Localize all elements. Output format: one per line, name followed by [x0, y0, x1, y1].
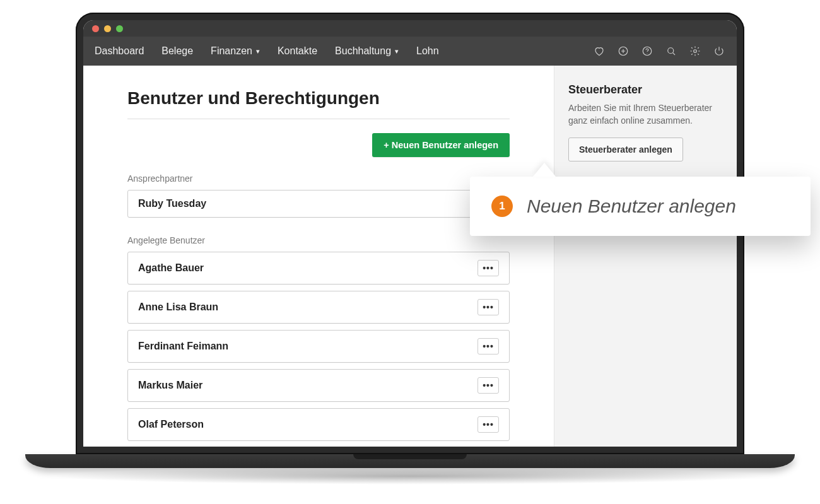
more-icon[interactable]	[477, 338, 499, 355]
more-icon[interactable]	[477, 299, 499, 315]
callout-text: Neuen Benutzer anlegen	[527, 196, 736, 217]
power-icon[interactable]	[713, 45, 725, 57]
contact-person-row[interactable]: Ruby Tuesday	[127, 190, 510, 218]
content-area: Benutzer und Berechtigungen + Neuen Benu…	[83, 66, 737, 447]
nav-label: Lohn	[416, 45, 439, 57]
nav-label: Buchhaltung	[335, 45, 391, 57]
user-row[interactable]: Anne Lisa Braun	[127, 291, 510, 324]
chevron-down-icon: ▾	[395, 47, 399, 56]
user-row[interactable]: Ferdinant Feimann	[127, 330, 510, 363]
sidebar: Steuerberater Arbeiten Sie mit Ihrem Ste…	[554, 66, 737, 447]
laptop-base	[25, 454, 795, 468]
create-tax-advisor-button[interactable]: Steuerberater anlegen	[568, 138, 683, 161]
nav-icon-group	[593, 45, 725, 57]
user-name: Agathe Bauer	[138, 262, 477, 274]
nav-buchhaltung[interactable]: Buchhaltung▾	[335, 45, 399, 57]
action-row: + Neuen Benutzer anlegen	[127, 133, 510, 157]
laptop-shadow	[50, 468, 770, 484]
nav-finanzen[interactable]: Finanzen▾	[211, 45, 260, 57]
nav-lohn[interactable]: Lohn	[416, 45, 439, 57]
nav-dashboard[interactable]: Dashboard	[95, 45, 144, 57]
gear-icon[interactable]	[689, 45, 701, 57]
window-titlebar	[83, 20, 737, 37]
svg-point-5	[668, 48, 674, 54]
user-row[interactable]: Agathe Bauer	[127, 252, 510, 284]
new-user-button[interactable]: + Neuen Benutzer anlegen	[372, 133, 510, 157]
maximize-window-icon[interactable]	[116, 25, 123, 32]
nav-belege[interactable]: Belege	[161, 45, 193, 57]
user-name: Anne Lisa Braun	[138, 302, 477, 313]
nav-label: Belege	[161, 45, 193, 57]
user-row[interactable]: Markus Maier	[127, 369, 510, 402]
contact-section-label: Ansprechpartner	[127, 173, 510, 184]
nav-label: Finanzen	[211, 45, 252, 57]
svg-point-4	[647, 53, 648, 54]
page-title: Benutzer und Berechtigungen	[127, 88, 510, 119]
main-column: Benutzer und Berechtigungen + Neuen Benu…	[83, 66, 554, 447]
help-icon[interactable]	[641, 45, 653, 57]
chevron-down-icon: ▾	[256, 47, 260, 56]
sidebar-text: Arbeiten Sie mit Ihrem Steuerberater gan…	[568, 102, 723, 127]
add-icon[interactable]	[617, 45, 630, 57]
more-icon[interactable]	[477, 377, 499, 394]
search-icon[interactable]	[665, 45, 677, 57]
user-name: Markus Maier	[138, 380, 477, 391]
step-badge: 1	[491, 196, 513, 217]
heart-icon[interactable]	[593, 45, 606, 57]
more-icon[interactable]	[477, 416, 499, 433]
svg-point-7	[694, 50, 697, 53]
minimize-window-icon[interactable]	[104, 25, 111, 32]
users-section-label: Angelegte Benutzer	[127, 235, 510, 245]
main-navbar: Dashboard Belege Finanzen▾ Kontakte Buch…	[83, 37, 737, 66]
user-name: Olaf Peterson	[138, 419, 477, 430]
user-name: Ferdinant Feimann	[138, 341, 477, 352]
tutorial-callout: 1 Neuen Benutzer anlegen	[470, 177, 811, 236]
svg-line-6	[673, 53, 675, 55]
sidebar-title: Steuerberater	[568, 83, 723, 97]
more-icon[interactable]	[477, 260, 499, 276]
nav-kontakte[interactable]: Kontakte	[278, 45, 317, 57]
close-window-icon[interactable]	[92, 25, 99, 32]
contact-person-name: Ruby Tuesday	[138, 198, 499, 209]
nav-label: Dashboard	[95, 45, 144, 57]
user-row[interactable]: Olaf Peterson	[127, 408, 510, 441]
nav-label: Kontakte	[278, 45, 317, 57]
